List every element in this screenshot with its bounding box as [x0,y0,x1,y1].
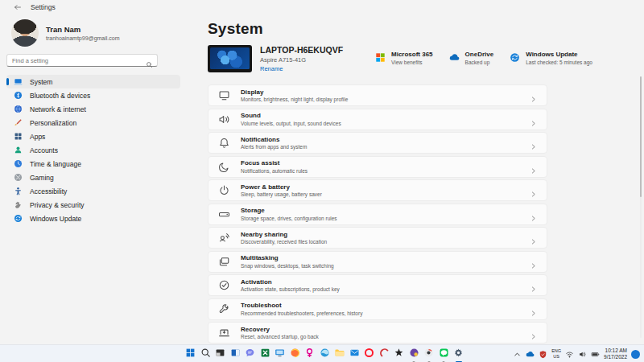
settings-row-storage[interactable]: Storage Storage space, drives, configura… [208,204,547,225]
device-thumbnail [208,45,252,72]
taskbar-icon-start-icon[interactable] [184,348,196,360]
sidebar-nav: System Bluetooth & devices Network & int… [0,75,187,225]
settings-row-troubleshoot[interactable]: Troubleshoot Recommended troubleshooters… [208,298,547,320]
settings-gear-icon [453,347,464,361]
sidebar-item-label: Time & language [30,160,81,168]
bluetooth-icon [14,91,23,100]
sidebar-item-apps[interactable]: Apps [6,130,180,143]
sidebar-item-privacy-security[interactable]: Privacy & security [6,198,180,212]
row-title: Focus assist [241,159,308,167]
dark-app-icon [215,347,225,361]
privacy-security-icon [14,200,23,209]
taskbar-icon-panels-app-icon[interactable] [229,348,242,360]
clock[interactable]: 10:12 AM 9/17/2022 [604,348,627,360]
chevron-right-icon [530,282,537,289]
sidebar-item-personalization[interactable]: Personalization [6,116,180,130]
row-title: Activation [241,278,340,286]
row-subtitle: Sleep, battery usage, battery saver [241,191,322,197]
sidebar-item-label: Bluetooth & devices [30,92,90,100]
chevron-up-icon[interactable] [513,350,522,359]
row-title: Notifications [241,136,307,143]
line-icon [439,347,449,361]
taskbar-icon-black-star-app-icon[interactable] [393,348,405,360]
taskbar-icon-settings-gear-icon[interactable] [452,348,464,360]
taskbar-icon-search-taskbar-icon[interactable] [200,348,212,360]
language-switcher[interactable]: ENG US [551,348,561,359]
focus-assist-icon [218,161,230,173]
taskbar-icon-purple-app-icon[interactable] [408,348,420,360]
sidebar-item-bluetooth-devices[interactable]: Bluetooth & devices [6,88,180,102]
status-item-windows-update[interactable]: Windows Update Last checked: 5 minutes a… [510,51,592,65]
taskbar-icon-monitor-app-icon[interactable] [274,348,286,360]
settings-row-nearby-sharing[interactable]: Nearby sharing Discoverability, received… [208,227,547,249]
settings-row-multitasking[interactable]: Multitasking Snap windows, desktops, tas… [208,251,547,273]
mail-icon [349,347,360,361]
sidebar: Tran Nam tranhoainamtp99@gmail.com Syste… [0,14,187,344]
firefox-icon [290,347,300,361]
status-title: OneDrive [465,51,494,58]
taskbar-icon-file-explorer-icon[interactable] [333,348,345,360]
settings-row-sound[interactable]: Sound Volume levels, output, input, soun… [208,109,547,130]
onedrive-tray-icon[interactable] [526,350,535,359]
wifi-icon[interactable] [565,350,574,359]
sidebar-item-system[interactable]: System [6,75,180,88]
rename-link[interactable]: Rename [260,65,343,72]
scrollbar[interactable] [640,76,642,338]
chevron-right-icon [530,258,537,265]
sidebar-item-gaming[interactable]: Gaming [6,171,180,184]
row-title: Recovery [241,326,319,333]
battery-icon[interactable] [591,350,600,359]
row-subtitle: Notifications, automatic rules [241,168,308,174]
sidebar-item-accounts[interactable]: Accounts [6,143,180,157]
sidebar-item-label: Accounts [30,146,58,154]
taskbar-icon-opera-icon[interactable] [363,348,375,360]
settings-row-activation[interactable]: Activation Activation state, subscriptio… [208,274,547,296]
row-subtitle: Discoverability, received files location [241,239,327,245]
taskbar-icon-mail-icon[interactable] [349,348,361,360]
chevron-right-icon [530,163,537,171]
red-tray-icon[interactable] [539,350,547,359]
speaker-icon[interactable] [578,350,587,359]
taskbar-icon-red-c-app-icon[interactable] [378,348,390,360]
taskbar-icon-firefox-icon[interactable] [289,348,301,360]
red-c-app-icon [379,347,390,361]
display-icon [218,89,230,101]
settings-row-power-battery[interactable]: Power & battery Sleep, battery usage, ba… [208,179,547,201]
taskbar-icon-dark-app-icon[interactable] [214,348,226,360]
row-title: Multitasking [241,254,334,261]
taskbar-icon-line-icon[interactable] [438,348,450,360]
settings-row-notifications[interactable]: Notifications Alerts from apps and syste… [208,132,547,154]
sidebar-item-network-internet[interactable]: Network & internet [6,102,180,116]
row-title: Power & battery [241,183,322,191]
taskbar: ENG US 10:12 AM 9/17/2022 [0,344,644,362]
sidebar-item-accessibility[interactable]: Accessibility [6,184,180,198]
apps-icon [14,132,23,141]
back-button[interactable] [11,2,24,13]
teams-chat-icon [245,347,255,361]
status-item-onedrive[interactable]: OneDrive Backed up [449,51,494,65]
status-subtitle: Last checked: 5 minutes ago [526,60,592,65]
row-title: Storage [241,207,337,214]
notification-badge[interactable] [631,350,640,359]
settings-row-display[interactable]: Display Monitors, brightness, night ligh… [208,84,547,106]
windows-update-icon [510,51,520,62]
taskbar-icon-excel-icon[interactable] [259,348,271,360]
taskbar-icon-edge-icon[interactable] [319,348,331,360]
taskbar-icon-teams-chat-icon[interactable] [244,348,256,360]
taskbar-icon-round-app-icon[interactable] [423,348,435,360]
settings-row-recovery[interactable]: Recovery Reset, advanced startup, go bac… [208,322,547,343]
file-explorer-icon [334,347,345,361]
row-title: Display [241,88,348,96]
settings-row-focus-assist[interactable]: Focus assist Notifications, automatic ru… [208,156,547,178]
profile-section[interactable]: Tran Nam tranhoainamtp99@gmail.com [11,19,187,47]
search-input[interactable] [7,55,144,66]
profile-email: tranhoainamtp99@gmail.com [46,35,120,41]
device-model: Aspire A715-41G [260,56,343,64]
scrollbar-thumb[interactable] [640,76,642,197]
sidebar-item-time-language[interactable]: Time & language [6,157,180,171]
sidebar-item-windows-update[interactable]: Windows Update [6,212,180,225]
taskbar-icon-pink-app-icon[interactable] [303,348,316,360]
status-item-microsoft-365[interactable]: Microsoft 365 View benefits [375,51,433,65]
row-subtitle: Storage space, drives, configuration rul… [241,216,337,221]
monitor-app-icon [275,347,285,361]
